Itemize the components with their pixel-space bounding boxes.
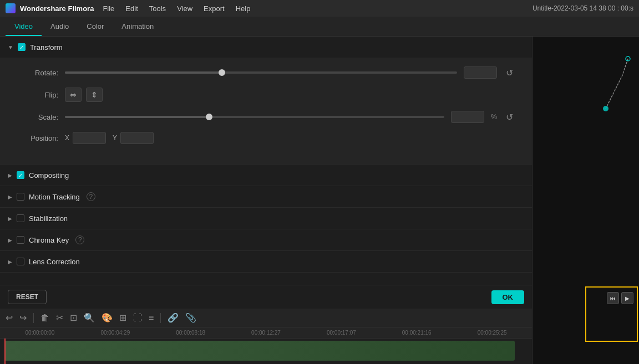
position-y-input[interactable]: 0.0 — [120, 132, 154, 144]
chroma-key-chevron: ▶ — [8, 237, 12, 243]
rotate-value[interactable]: 129.55 — [464, 66, 497, 79]
flip-label: Flip: — [17, 91, 58, 99]
preview-area: ⏮ ▶ — [532, 37, 639, 364]
tab-color[interactable]: Color — [78, 18, 113, 36]
menu-view[interactable]: View — [173, 3, 197, 14]
menu-edit[interactable]: Edit — [121, 3, 142, 14]
transform-section: ▼ Transform Rotate: 129.55 ↺ Flip: — [0, 37, 532, 165]
separator-1 — [33, 313, 34, 323]
ruler-mark-0: 00:00:00:00 — [2, 330, 78, 336]
undo-icon[interactable]: ↩ — [4, 311, 14, 324]
ruler-mark-4: 00:00:17:07 — [303, 330, 379, 336]
chroma-key-checkbox[interactable] — [17, 236, 24, 244]
compositing-header[interactable]: ▶ Compositing — [0, 165, 532, 186]
attach-icon[interactable]: 📎 — [184, 311, 197, 324]
lens-correction-header[interactable]: ▶ Lens Correction — [0, 251, 532, 272]
compositing-title: Compositing — [29, 171, 69, 180]
chroma-key-help-icon[interactable]: ? — [75, 235, 84, 244]
rotate-reset-button[interactable]: ↺ — [504, 68, 515, 78]
tab-animation[interactable]: Animation — [113, 18, 163, 36]
adjust-icon[interactable]: ≡ — [148, 312, 155, 324]
stabilization-section: ▶ Stabilization — [0, 208, 532, 229]
ok-button[interactable]: OK — [491, 290, 525, 304]
scale-label: Scale: — [17, 113, 58, 121]
flip-row: Flip: ⇔ ⇕ — [17, 88, 515, 102]
playback-controls: ⏮ ▶ — [607, 292, 633, 304]
zoom-icon[interactable]: 🔍 — [83, 311, 96, 324]
motion-tracking-header[interactable]: ▶ Motion Tracking ? — [0, 186, 532, 207]
motion-tracking-chevron: ▶ — [8, 194, 12, 200]
stabilization-checkbox[interactable] — [17, 214, 24, 222]
stabilization-title: Stabilization — [29, 214, 68, 223]
ruler-mark-6: 00:00:25:25 — [454, 330, 530, 336]
timeline-tracks[interactable] — [0, 339, 532, 364]
link-clip-icon[interactable]: 🔗 — [166, 311, 180, 324]
ruler-mark-3: 00:00:12:27 — [229, 330, 304, 336]
scale-value[interactable]: 100.64 — [451, 111, 484, 123]
prev-frame-button[interactable]: ⏮ — [607, 292, 619, 304]
delete-icon[interactable]: 🗑 — [39, 312, 50, 324]
menu-bar: File Edit Tools View Export Help — [98, 3, 255, 14]
transform-chevron: ▼ — [8, 44, 13, 50]
rotate-row: Rotate: 129.55 ↺ — [17, 66, 515, 79]
compositing-checkbox[interactable] — [17, 171, 24, 179]
left-panel: ▼ Transform Rotate: 129.55 ↺ Flip: — [0, 37, 532, 364]
transform-header[interactable]: ▼ Transform — [0, 37, 532, 58]
position-row: Position: X 0.0 Y 0.0 — [17, 132, 515, 144]
spacer — [0, 273, 532, 285]
scale-reset-button[interactable]: ↺ — [504, 112, 515, 122]
stabilization-header[interactable]: ▶ Stabilization — [0, 208, 532, 229]
lens-correction-section: ▶ Lens Correction — [0, 251, 532, 273]
track-clip — [4, 341, 515, 361]
menu-help[interactable]: Help — [231, 3, 255, 14]
right-panel: ⏮ ▶ — [532, 37, 639, 364]
menu-file[interactable]: File — [98, 3, 119, 14]
scale-slider[interactable] — [65, 116, 444, 118]
timeline-ruler: 00:00:00:00 00:00:04:29 00:00:08:18 00:0… — [0, 327, 532, 339]
timeline-toolbar: ↩ ↪ 🗑 ✂ ⊡ 🔍 🎨 ⊞ ⛶ ≡ 🔗 📎 — [0, 309, 532, 327]
reset-button[interactable]: RESET — [8, 290, 47, 304]
playhead — [4, 339, 6, 364]
position-x-input[interactable]: 0.0 — [73, 132, 106, 144]
title-bar-left: Wondershare Filmora File Edit Tools View… — [6, 3, 255, 14]
y-label: Y — [113, 134, 117, 142]
transform-title: Transform — [30, 43, 63, 52]
crop-icon[interactable]: ⊡ — [69, 311, 78, 324]
lens-correction-title: Lens Correction — [29, 258, 80, 266]
motion-tracking-line — [595, 53, 633, 120]
app-name: Wondershare Filmora — [20, 4, 94, 13]
motion-tracking-section: ▶ Motion Tracking ? — [0, 186, 532, 208]
bottom-bar: RESET OK — [0, 285, 532, 309]
window-title: Untitle-2022-03-05 14 38 00 : 00:s — [532, 4, 633, 12]
cut-icon[interactable]: ✂ — [55, 311, 64, 324]
rotate-label: Rotate: — [17, 69, 58, 77]
redo-icon[interactable]: ↪ — [18, 311, 28, 324]
transform-checkbox[interactable] — [18, 43, 26, 51]
ruler-marks: 00:00:00:00 00:00:04:29 00:00:08:18 00:0… — [2, 330, 530, 336]
chroma-key-section: ▶ Chroma Key ? — [0, 229, 532, 251]
ruler-mark-5: 00:00:21:16 — [379, 330, 454, 336]
position-label: Position: — [17, 134, 58, 142]
split-icon[interactable]: ⊞ — [118, 311, 128, 324]
app-logo — [6, 3, 16, 13]
scale-row: Scale: 100.64 % ↺ — [17, 111, 515, 123]
fullscreen-icon[interactable]: ⛶ — [132, 312, 143, 324]
flip-horizontal-button[interactable]: ⇔ — [65, 88, 82, 102]
compositing-section: ▶ Compositing — [0, 165, 532, 186]
ruler-mark-1: 00:00:04:29 — [78, 330, 153, 336]
chroma-key-header[interactable]: ▶ Chroma Key ? — [0, 229, 532, 250]
menu-export[interactable]: Export — [199, 3, 229, 14]
tab-video[interactable]: Video — [6, 18, 42, 36]
menu-tools[interactable]: Tools — [145, 3, 170, 14]
motion-tracking-checkbox[interactable] — [17, 193, 24, 201]
rotate-slider[interactable] — [65, 71, 457, 74]
lens-correction-checkbox[interactable] — [17, 258, 24, 265]
tab-audio[interactable]: Audio — [42, 18, 78, 36]
transform-content: Rotate: 129.55 ↺ Flip: ⇔ ⇕ — [0, 58, 532, 164]
play-button[interactable]: ▶ — [621, 292, 633, 304]
title-bar: Wondershare Filmora File Edit Tools View… — [0, 0, 639, 17]
motion-tracking-help-icon[interactable]: ? — [87, 192, 95, 201]
color-icon[interactable]: 🎨 — [100, 311, 114, 324]
flip-vertical-button[interactable]: ⇕ — [86, 88, 103, 102]
position-y-group: Y 0.0 — [113, 132, 154, 144]
